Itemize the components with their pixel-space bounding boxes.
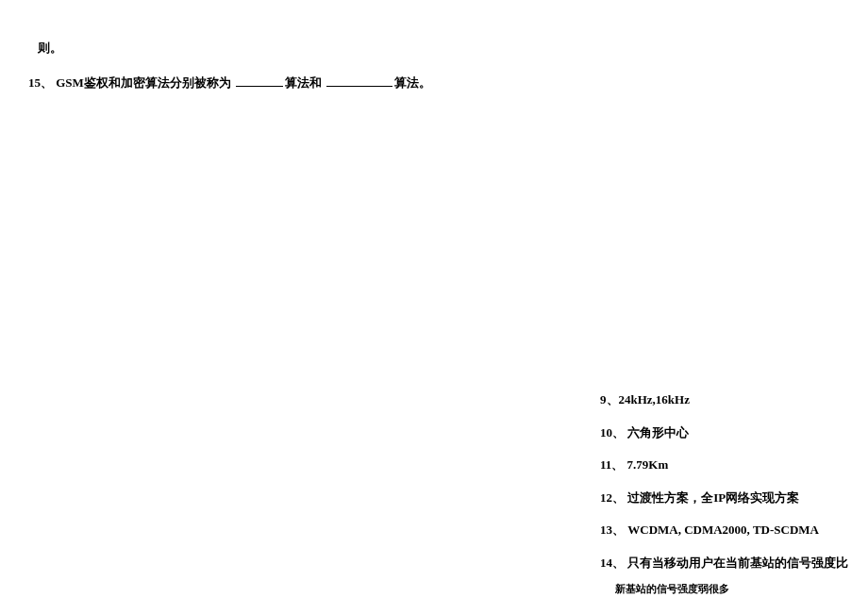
answer-9: 9、24kHz,16kHz bbox=[600, 390, 849, 409]
answers-area: 9、24kHz,16kHz 10、 六角形中心 11、 7.79Km 12、 过… bbox=[600, 390, 849, 596]
q15-mid: 算法和 bbox=[285, 75, 325, 90]
answer-14-continuation: 新基站的信号强度弱很多 bbox=[615, 582, 849, 596]
q15-blank-1 bbox=[236, 75, 283, 87]
q15-blank-2 bbox=[326, 75, 392, 87]
answer-10: 10、 六角形中心 bbox=[600, 423, 849, 442]
answer-13: 13、 WCDMA, CDMA2000, TD-SCDMA bbox=[600, 521, 849, 539]
q15-prefix: 15、 GSM鉴权和加密算法分别被称为 bbox=[28, 75, 234, 90]
top-question-area: 则。 15、 GSM鉴权和加密算法分别被称为 算法和 算法。 bbox=[28, 40, 840, 93]
answer-14: 14、 只有当移动用户在当前基站的信号强度比 bbox=[600, 554, 849, 573]
previous-line-fragment: 则。 bbox=[38, 40, 840, 57]
answer-11: 11、 7.79Km bbox=[600, 456, 849, 474]
question-15: 15、 GSM鉴权和加密算法分别被称为 算法和 算法。 bbox=[28, 74, 840, 93]
q15-suffix: 算法。 bbox=[394, 75, 431, 90]
answer-12: 12、 过渡性方案，全IP网络实现方案 bbox=[600, 489, 849, 507]
